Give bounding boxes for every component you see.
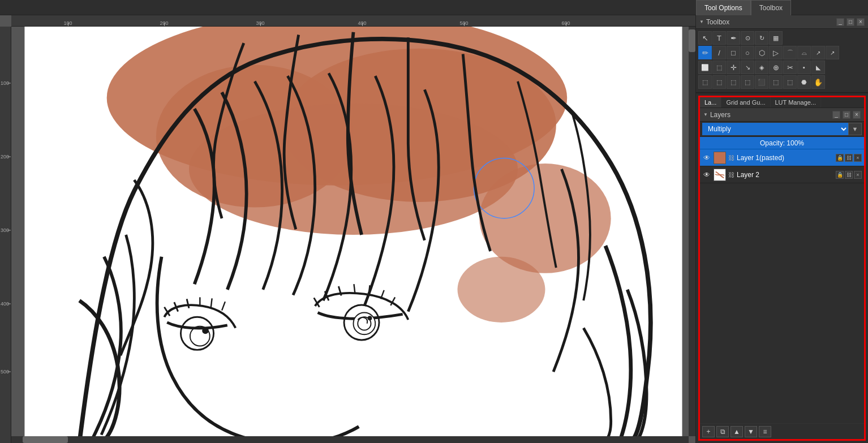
- ruler-mark-200: 200: [160, 20, 168, 26]
- tab-grid-guides[interactable]: Grid and Gu...: [721, 97, 770, 107]
- tool-line[interactable]: /: [712, 46, 726, 59]
- layer-filter-icon[interactable]: ▼: [848, 123, 862, 135]
- duplicate-layer-btn[interactable]: ⧉: [716, 426, 729, 437]
- tool-text[interactable]: T: [712, 31, 726, 45]
- tool-node[interactable]: ↘: [741, 61, 754, 74]
- toolbox-minimize-btn[interactable]: _: [836, 18, 844, 26]
- ruler-mark-v-200: 200: [0, 154, 11, 160]
- layer-1-thumbnail: [714, 152, 726, 164]
- tool-scissors-select[interactable]: ⬚: [769, 75, 783, 89]
- tool-clone[interactable]: ⊙: [741, 31, 754, 45]
- tool-free-select[interactable]: ⬚: [727, 75, 740, 89]
- ruler-mark-600: 600: [561, 20, 570, 26]
- scrollbar-vertical[interactable]: [689, 27, 695, 436]
- tool-hand[interactable]: ✋: [811, 75, 825, 89]
- tool-arc[interactable]: ⌒: [783, 46, 797, 59]
- tool-transform[interactable]: ⬜: [698, 61, 712, 74]
- blend-mode-select[interactable]: Multiply Normal Screen Overlay: [702, 123, 848, 135]
- tool-envelope[interactable]: ⬚: [712, 61, 726, 74]
- tool-rect-select[interactable]: ⬚: [698, 75, 712, 89]
- layer-item-2[interactable]: 👁 ⛓ Layer 2 🔒 ⛓ ×: [700, 166, 864, 183]
- layer-menu-btn[interactable]: ≡: [759, 426, 771, 437]
- layer-1-del-btn[interactable]: ×: [854, 154, 862, 162]
- tool-path[interactable]: ↗: [826, 46, 839, 59]
- canvas-area[interactable]: 100 200 300 400 500 600 100 200 300 400 …: [0, 15, 695, 443]
- layer-1-lock-btn[interactable]: 🔒: [836, 154, 844, 162]
- toolbox-title: Toolbox: [706, 18, 729, 26]
- ruler-mark-v-100: 100: [0, 80, 11, 86]
- layer-2-lock-btn[interactable]: 🔒: [836, 171, 844, 179]
- tool-fill[interactable]: ◈: [755, 61, 768, 74]
- tool-row-4: ⬚ ⬚ ⬚ ⬚ ⬛ ⬚ ⬚ ⬣ ✋: [698, 75, 866, 89]
- tool-arrow[interactable]: ▷: [769, 46, 783, 59]
- ruler-mark-300: 300: [256, 20, 264, 26]
- layer-2-del-btn[interactable]: ×: [854, 171, 862, 179]
- tool-3d[interactable]: ▪: [797, 61, 811, 74]
- layer-1-name: Layer 1(pasted): [737, 154, 833, 162]
- layer-2-actions: 🔒 ⛓ ×: [836, 171, 862, 179]
- layer-item-1[interactable]: 👁 ⛓ Layer 1(pasted) 🔒 ⛓ ×: [700, 149, 864, 166]
- layer-2-visibility-toggle[interactable]: 👁: [702, 170, 711, 179]
- svg-point-25: [354, 313, 376, 335]
- tool-move[interactable]: ✛: [727, 61, 740, 74]
- tool-star[interactable]: ⬡: [755, 46, 768, 59]
- tool-paint-bucket[interactable]: ▦: [769, 31, 783, 45]
- ruler-mark-400: 400: [358, 20, 366, 26]
- layers-collapse-icon[interactable]: ▼: [703, 112, 708, 117]
- scrollbar-h-thumb[interactable]: [23, 436, 68, 443]
- tool-scissors[interactable]: ✂: [783, 61, 797, 74]
- tool-circle[interactable]: ○: [741, 46, 754, 59]
- toolbox-collapse-icon[interactable]: ▼: [699, 19, 704, 24]
- layer-1-chain-icon: ⛓: [728, 154, 734, 161]
- tool-zoom[interactable]: ⬣: [797, 75, 811, 89]
- tab-toolbox[interactable]: Toolbox: [751, 0, 791, 15]
- layers-panel-header: ▼ Layers _ □ ×: [700, 108, 864, 122]
- add-layer-btn[interactable]: +: [702, 426, 715, 437]
- tab-layers[interactable]: La...: [700, 97, 721, 107]
- tab-lut-manager[interactable]: LUT Manage...: [771, 97, 822, 107]
- layers-close-btn[interactable]: ×: [853, 111, 861, 119]
- toolbox-close-btn[interactable]: ×: [857, 18, 865, 26]
- tool-eyedropper[interactable]: ⊕: [769, 61, 783, 74]
- tool-mesh[interactable]: ◣: [811, 61, 825, 74]
- layer-2-chain-icon: ⛓: [728, 171, 734, 178]
- layer-1-actions: 🔒 ⛓ ×: [836, 154, 862, 162]
- svg-point-6: [458, 257, 545, 322]
- scrollbar-v-thumb[interactable]: [689, 29, 695, 52]
- svg-point-16: [202, 328, 209, 334]
- layers-spacer: [700, 183, 864, 423]
- top-tab-bar: Tool Options Toolbox: [0, 0, 868, 15]
- tool-lasso[interactable]: ⬚: [783, 75, 797, 89]
- tool-rect[interactable]: □: [727, 46, 740, 59]
- layer-2-name: Layer 2: [737, 171, 833, 179]
- opacity-row: Opacity: 100%: [700, 137, 864, 149]
- tool-fuzzy-select[interactable]: ⬚: [741, 75, 754, 89]
- tool-row-3: ⬜ ⬚ ✛ ↘ ◈ ⊕ ✂ ▪ ◣: [698, 61, 866, 74]
- layers-maximize-btn[interactable]: □: [843, 111, 850, 119]
- blend-row: Multiply Normal Screen Overlay ▼: [700, 122, 864, 137]
- scrollbar-horizontal[interactable]: [11, 436, 689, 443]
- canvas-drawing: [11, 27, 695, 443]
- tab-tool-options[interactable]: Tool Options: [696, 0, 751, 15]
- tool-polygon[interactable]: ⌓: [797, 46, 811, 59]
- layers-header-buttons: _ □ ×: [832, 111, 861, 119]
- tool-color-select[interactable]: ⬛: [755, 75, 768, 89]
- layer-1-link-btn[interactable]: ⛓: [845, 154, 853, 162]
- tool-select[interactable]: ↖: [698, 31, 712, 45]
- tool-pencil[interactable]: ✏: [698, 46, 712, 59]
- layer-tabs: La... Grid and Gu... LUT Manage...: [700, 97, 864, 108]
- ruler-mark-v-400: 400: [0, 301, 11, 307]
- layers-minimize-btn[interactable]: _: [832, 111, 840, 119]
- toolbox-header-buttons: _ □ ×: [836, 18, 865, 26]
- layer-1-visibility-toggle[interactable]: 👁: [702, 153, 711, 162]
- tool-row-2: ✏ / □ ○ ⬡ ▷ ⌒ ⌓ ↗ ↗: [698, 46, 866, 59]
- move-layer-up-btn[interactable]: ▲: [731, 426, 743, 437]
- tool-calligraphy[interactable]: ✒: [727, 31, 740, 45]
- ruler-mark-500: 500: [459, 20, 468, 26]
- tool-connector[interactable]: ↗: [811, 46, 825, 59]
- toolbox-maximize-btn[interactable]: □: [846, 18, 854, 26]
- move-layer-down-btn[interactable]: ▼: [745, 426, 757, 437]
- layer-2-link-btn[interactable]: ⛓: [845, 171, 853, 179]
- tool-ellipse-select[interactable]: ⬚: [712, 75, 726, 89]
- tool-spiral[interactable]: ↻: [755, 31, 768, 45]
